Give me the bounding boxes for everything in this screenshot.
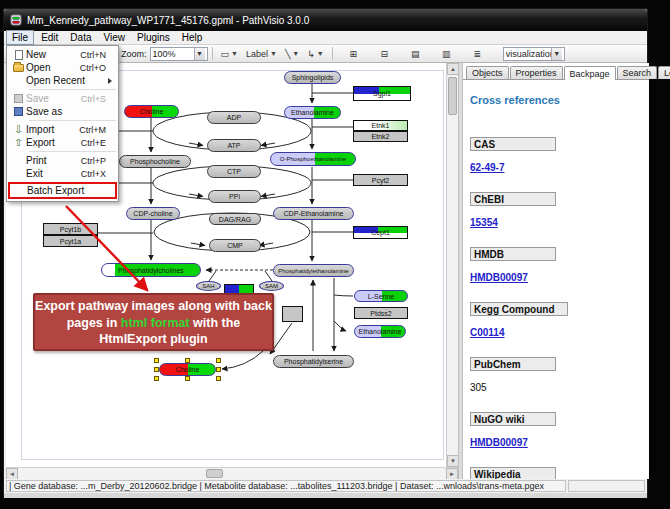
tab-search[interactable]: Search (617, 66, 658, 79)
xref-title: ChEBI (470, 192, 556, 206)
xref-link[interactable]: C00114 (470, 327, 504, 338)
visualization-combobox[interactable]: visualization ▼ (503, 47, 565, 61)
title-bar[interactable]: Mm_Kennedy_pathway_WP1771_45176.gpml - P… (4, 9, 647, 31)
status-bar: | Gene database: ...m_Derby_20120602.bri… (4, 479, 647, 493)
common-size-icon: ▤ (411, 49, 420, 59)
node-o-phosphoethanolamine[interactable]: O-Phosphoethanolamine (270, 152, 356, 166)
node-phosphatidylethanolamine[interactable]: Phosphatidylethanolamine (273, 264, 354, 277)
node-sah[interactable]: SAH (196, 281, 221, 291)
node-dag-rag[interactable]: DAG/RAG (209, 213, 261, 225)
zoom-combobox[interactable]: 100% ▼ (150, 47, 208, 61)
node-sam[interactable]: SAM (259, 281, 284, 291)
node-choline-selected[interactable]: Choline (159, 363, 216, 376)
align-center-horizontal-button[interactable]: ⊞ (345, 46, 362, 61)
xref-title: NuGO wiki (470, 412, 556, 426)
zoom-label: Zoom: (121, 49, 147, 59)
menu-item-print[interactable]: Print Ctrl+P (7, 154, 118, 167)
menu-item-import[interactable]: ⇩ Import Ctrl+M (7, 123, 118, 136)
node-phosphatidylcholines[interactable]: Phosphatidylcholines (101, 263, 201, 277)
node-phosphatidylserine[interactable]: Phosphatidylserine (273, 355, 354, 368)
canvas-vertical-scrollbar[interactable]: ▲ ▼ (446, 63, 458, 467)
menu-item-open-recent[interactable]: Open Recent (7, 74, 118, 87)
selection-handle[interactable] (185, 376, 190, 381)
node-ethanolamine[interactable]: Ethanolamine (284, 106, 341, 119)
xref-link[interactable]: HMDB00097 (470, 272, 528, 283)
node-cdp-choline[interactable]: CDP-choline (126, 207, 180, 220)
node-cmp[interactable]: CMP (209, 239, 261, 252)
node-sgpl1[interactable]: Sgpl1 (353, 86, 411, 101)
tab-objects[interactable]: Objects (466, 66, 509, 79)
selection-handle[interactable] (216, 367, 221, 372)
node-ethanolamine-bottom[interactable]: Ethanolamine (354, 325, 406, 338)
node-etnk1[interactable]: Etnk1 (353, 120, 408, 131)
line-tool-button[interactable]: ╲▼ (282, 46, 302, 61)
node-choline-selected-group[interactable]: Choline (159, 363, 216, 376)
node-atp[interactable]: ATP (207, 139, 261, 152)
node-etnk2[interactable]: Etnk2 (353, 131, 408, 142)
node-choline[interactable]: Choline (124, 105, 179, 118)
menu-plugins[interactable]: Plugins (132, 31, 175, 44)
stack-horizontal-button[interactable]: ≣ (469, 46, 486, 61)
annotation-callout: Export pathway images along with back pa… (33, 293, 274, 351)
chevron-down-icon: ▼ (270, 50, 277, 57)
menu-item-export[interactable]: ⇧ Export Ctrl+E (7, 136, 118, 149)
xref-section-kegg: Kegg Compound C00114 (470, 302, 649, 340)
align-center-vertical-button[interactable]: ⊟ (376, 46, 393, 61)
tab-legend[interactable]: Legend (658, 66, 670, 79)
menu-data[interactable]: Data (65, 31, 96, 44)
xref-link[interactable]: 15354 (470, 217, 498, 228)
xref-value: 305 (470, 382, 487, 393)
node-pcyt1b[interactable]: Pcyt1b (43, 223, 98, 235)
common-size-button[interactable]: ▤ (407, 46, 424, 61)
scrollbar-thumb[interactable] (206, 469, 223, 478)
node-ppi[interactable]: PPi (208, 190, 261, 203)
node-ptdss2[interactable]: Ptdss2 (354, 307, 408, 319)
scrollbar-thumb[interactable] (448, 77, 457, 115)
tab-backpage[interactable]: Backpage (564, 66, 616, 80)
connector-tool-button[interactable]: ↳▼ (304, 46, 326, 61)
menu-separator (29, 89, 116, 90)
selection-handle[interactable] (216, 376, 221, 381)
xref-title: PubChem (470, 357, 556, 371)
menu-item-exit[interactable]: Exit Ctrl+X (7, 167, 118, 180)
selection-handle[interactable] (216, 358, 221, 363)
menu-file[interactable]: File (6, 30, 34, 45)
node-adp[interactable]: ADP (207, 111, 261, 124)
menu-item-new[interactable]: New Ctrl+N (7, 48, 118, 61)
node-cdp-ethanolamine[interactable]: CDP-Ethanolamine (273, 207, 354, 220)
export-icon: ⇧ (11, 137, 26, 148)
menu-view[interactable]: View (98, 31, 130, 44)
menu-item-save-as[interactable]: Save as (7, 105, 118, 118)
node-pcyt1a[interactable]: Pcyt1a (43, 235, 98, 247)
selection-handle[interactable] (154, 376, 159, 381)
cross-references-heading: Cross references (470, 94, 649, 106)
label-tool-button[interactable]: Label▼ (243, 46, 280, 61)
toolbar-separator (332, 47, 333, 60)
node-sphingolipids[interactable]: Sphingolipids (284, 71, 341, 84)
stack-vertical-button[interactable]: ▥ (438, 46, 455, 61)
menu-item-open[interactable]: Open Ctrl+O (7, 61, 118, 74)
selection-handle[interactable] (154, 358, 159, 363)
xref-link[interactable]: HMDB00097 (470, 437, 528, 448)
node-ctp[interactable]: CTP (207, 165, 261, 178)
xref-title: Kegg Compound (470, 302, 568, 316)
node-l-serine[interactable]: L-Serine (354, 290, 408, 302)
open-folder-icon (11, 62, 26, 73)
menu-help[interactable]: Help (177, 31, 208, 44)
submenu-arrow-icon (108, 78, 112, 84)
datanode-tool-button[interactable]: ▭▼ (218, 46, 241, 61)
import-icon: ⇩ (11, 124, 26, 135)
node-pcyt2[interactable]: Pcyt2 (353, 174, 408, 186)
tab-properties[interactable]: Properties (510, 66, 563, 79)
node-gene-box-unlabeled[interactable] (282, 306, 303, 322)
xref-link[interactable]: 62-49-7 (470, 162, 504, 173)
node-cept1[interactable]: Cept1 (353, 226, 408, 239)
menu-item-batch-export[interactable]: Batch Export (8, 182, 117, 199)
menu-edit[interactable]: Edit (36, 31, 63, 44)
label-icon: Label (246, 49, 268, 59)
xref-section-chebi: ChEBI 15354 (470, 192, 649, 230)
node-phosphocholine[interactable]: Phosphocholine (119, 155, 191, 168)
canvas-horizontal-scrollbar[interactable]: ◄ ► (6, 467, 458, 479)
zoom-value: 100% (153, 49, 194, 59)
connector-icon: ↳ (307, 49, 315, 59)
